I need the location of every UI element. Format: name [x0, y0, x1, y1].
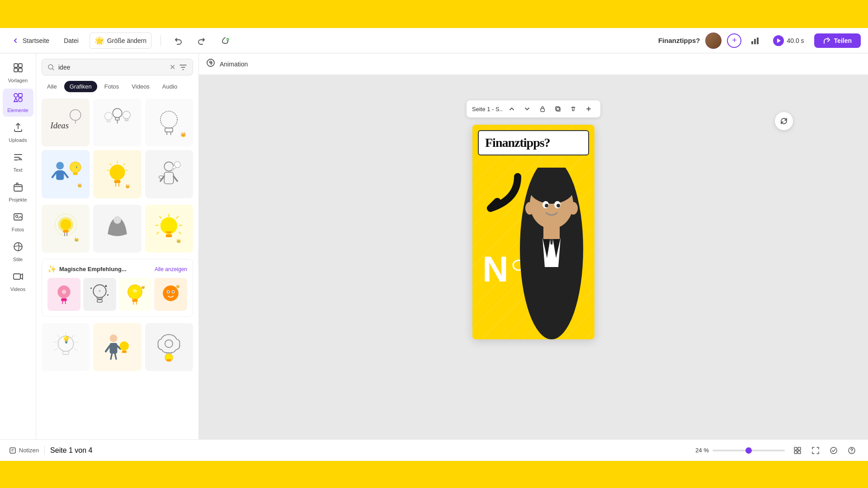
undo-button[interactable]: [170, 33, 186, 49]
svg-point-139: [525, 202, 534, 215]
delete-page-button[interactable]: [567, 103, 580, 115]
svg-text:✦: ✦: [107, 294, 109, 296]
elements-icon: [13, 92, 24, 106]
search-results-grid: Ideas: [42, 99, 193, 198]
grid-item-8[interactable]: [93, 205, 141, 253]
show-all-button[interactable]: Alle anzeigen: [155, 266, 187, 272]
page-info: Seite 1 von 4: [50, 446, 92, 455]
status-bar: Notizen Seite 1 von 4 24 %: [0, 439, 868, 461]
page-label: Seite 1 - S..: [472, 106, 503, 113]
svg-point-151: [851, 452, 852, 453]
svg-point-97: [173, 291, 174, 292]
notes-button[interactable]: Notizen: [9, 447, 39, 454]
grid-item-2[interactable]: [93, 99, 141, 146]
svg-rect-35: [56, 170, 64, 180]
grid-item-10[interactable]: 💡: [42, 323, 90, 371]
play-icon: [773, 35, 784, 46]
fullscreen-button[interactable]: [808, 443, 823, 458]
help-button[interactable]: [844, 443, 859, 458]
avatar-image: [705, 33, 722, 49]
svg-rect-13: [14, 185, 22, 191]
home-button[interactable]: Startseite: [7, 33, 53, 48]
zoom-thumb[interactable]: [745, 447, 752, 454]
add-collaborator-button[interactable]: +: [727, 33, 741, 48]
grid-item-6[interactable]: [145, 150, 193, 198]
svg-rect-1: [751, 41, 753, 44]
sidebar-item-projekte[interactable]: Projekte: [3, 178, 33, 206]
grid-item-7[interactable]: 👑: [42, 205, 90, 253]
page-up-button[interactable]: [505, 103, 518, 115]
tab-fotos[interactable]: Fotos: [99, 81, 125, 92]
svg-rect-2: [754, 39, 756, 44]
copy-page-button[interactable]: [552, 103, 564, 115]
grid-item-12[interactable]: [145, 323, 193, 371]
redo-button[interactable]: [193, 33, 210, 49]
svg-text:👑: 👑: [77, 183, 82, 188]
file-button[interactable]: Datei: [60, 34, 82, 47]
svg-point-27: [123, 111, 130, 119]
lock-page-button[interactable]: [536, 103, 549, 115]
grid-item-9[interactable]: 👑: [145, 205, 193, 253]
design-card[interactable]: Finanztipps? N: [472, 125, 594, 339]
project-title[interactable]: Finanztipps?: [658, 37, 700, 44]
sidebar-item-vorlagen[interactable]: Vorlagen: [3, 59, 33, 87]
grid-view-button[interactable]: [790, 443, 805, 458]
page-down-button[interactable]: [521, 103, 533, 115]
svg-line-69: [176, 216, 179, 219]
svg-line-73: [157, 232, 159, 235]
canvas-area[interactable]: Seite 1 - S..: [199, 75, 868, 461]
svg-point-29: [160, 111, 177, 128]
zoom-slider[interactable]: [712, 450, 785, 451]
grid-item-11[interactable]: [93, 323, 141, 371]
filter-icon[interactable]: [179, 63, 187, 71]
notes-icon: [9, 447, 16, 454]
svg-rect-148: [798, 451, 801, 454]
tab-alle[interactable]: Alle: [42, 81, 62, 92]
add-page-button[interactable]: [582, 103, 595, 115]
rec-item-1[interactable]: [47, 278, 80, 311]
tab-audio[interactable]: Audio: [157, 81, 183, 92]
save-button[interactable]: [217, 33, 233, 49]
svg-point-109: [109, 335, 117, 343]
sidebar-label-videos: Videos: [10, 286, 25, 292]
grid-item-3[interactable]: 👑: [145, 99, 193, 146]
sidebar-item-videos[interactable]: Videos: [3, 267, 33, 296]
sidebar-item-uploads[interactable]: Uploads: [3, 118, 33, 146]
search-input[interactable]: [58, 64, 166, 71]
svg-point-130: [529, 172, 574, 204]
sidebar-item-fotos[interactable]: Fotos: [3, 208, 33, 236]
svg-point-149: [830, 447, 837, 454]
resize-button[interactable]: 🌟 Größe ändern: [90, 33, 151, 49]
sidebar-item-stile[interactable]: Stile: [3, 238, 33, 266]
avatar[interactable]: [705, 33, 722, 49]
sidebar-item-elemente[interactable]: Elemente: [3, 89, 33, 117]
rec-item-2[interactable]: ✦ ✦ ✦: [83, 278, 116, 311]
search-clear-button[interactable]: ✕: [170, 63, 175, 71]
svg-point-22: [104, 112, 112, 120]
refresh-button[interactable]: [775, 112, 793, 130]
tab-grafiken[interactable]: Grafiken: [64, 81, 97, 92]
category-tabs: Alle Grafiken Fotos Videos Audio: [42, 81, 193, 92]
sidebar: Vorlagen Elemente Uploads: [0, 53, 36, 461]
sidebar-item-text[interactable]: Text: [3, 148, 33, 176]
design-title: Finanztipps?: [485, 136, 582, 150]
svg-point-117: [165, 340, 173, 348]
page-controls: Seite 1 - S..: [467, 100, 600, 117]
svg-rect-3: [757, 38, 759, 44]
tab-videos[interactable]: Videos: [126, 81, 155, 92]
share-button[interactable]: Teilen: [814, 33, 861, 48]
search-results-grid-3: 💡: [42, 323, 193, 371]
play-button[interactable]: 40.0 s: [769, 33, 808, 49]
svg-point-62: [60, 219, 71, 230]
analytics-button[interactable]: [747, 33, 763, 49]
grid-item-4[interactable]: 💡 👑: [42, 150, 90, 198]
svg-point-34: [56, 162, 64, 169]
svg-rect-8: [19, 68, 22, 72]
hide-panel-button[interactable]: [198, 248, 199, 266]
check-button[interactable]: [826, 443, 841, 458]
sidebar-label-vorlagen: Vorlagen: [8, 78, 28, 83]
grid-item-1[interactable]: Ideas: [42, 99, 90, 146]
rec-item-4[interactable]: 👑: [154, 278, 187, 311]
grid-item-5[interactable]: 👑: [93, 150, 141, 198]
rec-item-3[interactable]: 👑: [119, 278, 152, 311]
